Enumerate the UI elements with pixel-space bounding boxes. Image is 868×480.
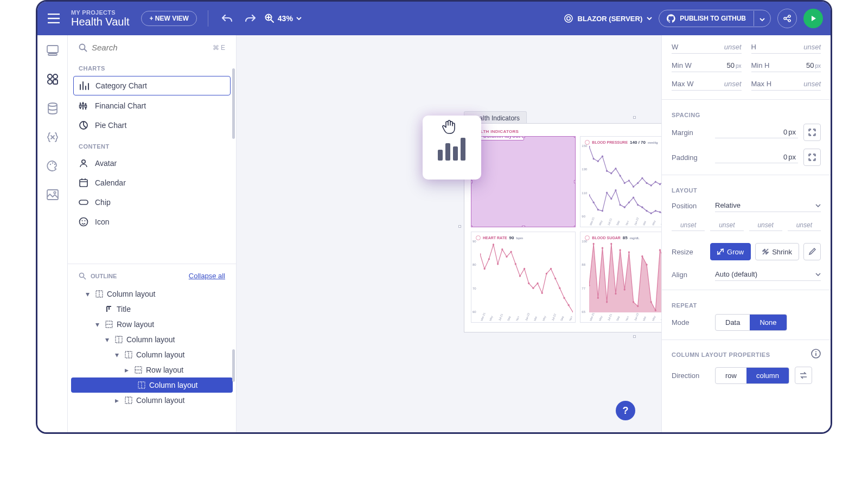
tool-item-pie-chart[interactable]: Pie Chart <box>73 116 231 135</box>
zoom-control[interactable]: 43% <box>265 14 302 23</box>
info-icon[interactable] <box>811 349 821 360</box>
direction-row-option[interactable]: row <box>716 368 746 383</box>
rail-assets-icon[interactable] <box>47 189 59 202</box>
project-name: Health Vault <box>71 16 129 28</box>
position-select[interactable]: Relative <box>715 199 821 212</box>
tool-item-category-chart[interactable]: Category Chart <box>73 76 231 95</box>
framework-select[interactable]: BLAZOR (SERVER) <box>564 14 653 23</box>
scrollbar-thumb[interactable] <box>232 68 235 139</box>
svg-point-123 <box>568 304 570 306</box>
max-width-field[interactable]: Max Wunset <box>672 78 742 91</box>
svg-point-42 <box>611 172 612 175</box>
tree-node[interactable]: ▾Column layout <box>68 347 236 362</box>
chart-card[interactable]: BLOOD SUGAR 85mg/dL100887765Mar-21MayJul… <box>580 232 661 323</box>
canvas[interactable]: Health Indicators HEALTH INDICATORS Colu… <box>237 35 661 432</box>
publish-dropdown-icon[interactable] <box>754 10 770 27</box>
tree-node[interactable]: ▾Column layout <box>68 286 236 302</box>
artboard[interactable]: HEALTH INDICATORS Column layoutBLOOD PRE… <box>464 123 661 332</box>
project-block[interactable]: MY PROJECTS Health Vault <box>71 9 129 28</box>
mode-data-option[interactable]: Data <box>716 315 750 330</box>
svg-point-38 <box>593 158 595 160</box>
height-field[interactable]: Hunset <box>751 41 821 54</box>
margin-field[interactable]: 0px <box>715 126 798 138</box>
tool-item-avatar[interactable]: Avatar <box>73 154 231 172</box>
svg-rect-192 <box>445 143 450 161</box>
preview-button[interactable] <box>803 9 823 28</box>
svg-point-126 <box>593 243 595 245</box>
charts-section-label: CHARTS <box>68 57 236 75</box>
svg-rect-24 <box>80 180 87 187</box>
share-button[interactable] <box>777 9 797 28</box>
tool-item-icon[interactable]: Icon <box>73 213 231 231</box>
svg-rect-6 <box>47 46 58 53</box>
chart-card[interactable]: HEART RATE 90bpm90807060Mar-21MayJul-21S… <box>471 232 576 323</box>
min-height-field[interactable]: Min H50px <box>751 59 821 72</box>
max-height-field[interactable]: Max Hunset <box>751 78 821 91</box>
margin-expand-icon[interactable] <box>803 124 821 141</box>
resize-edit-icon[interactable] <box>803 243 821 260</box>
svg-rect-19 <box>80 105 81 107</box>
tool-item-financial-chart[interactable]: Financial Chart <box>73 97 231 115</box>
svg-point-140 <box>655 309 656 311</box>
content-section-label: CONTENT <box>68 136 236 153</box>
offset-field[interactable]: unset <box>672 220 705 231</box>
svg-point-62 <box>602 210 603 212</box>
rail-variables-icon[interactable] <box>47 132 58 145</box>
svg-point-65 <box>615 189 617 191</box>
tree-node[interactable]: ▸Row layout <box>68 362 236 377</box>
tree-node[interactable]: ▸Column layout <box>68 393 236 408</box>
search-input[interactable] <box>92 43 208 52</box>
scrollbar-thumb[interactable] <box>232 349 235 382</box>
ruler-handle[interactable] <box>633 116 636 119</box>
svg-point-15 <box>54 164 55 165</box>
collapse-all-link[interactable]: Collapse all <box>189 272 225 280</box>
tree-node[interactable]: Column layout <box>71 377 233 393</box>
grow-button[interactable]: Grow <box>710 243 751 260</box>
publish-button[interactable]: PUBLISH TO GITHUB <box>659 10 771 27</box>
column-props-label: COLUMN LAYOUT PROPERTIES <box>672 351 770 358</box>
ruler-handle[interactable] <box>458 225 461 228</box>
shrink-button[interactable]: Shrink <box>755 243 799 260</box>
mode-none-option[interactable]: None <box>750 315 786 330</box>
tool-item-chip[interactable]: Chip <box>73 193 231 212</box>
repeat-label: REPEAT <box>672 302 821 309</box>
direction-swap-icon[interactable] <box>795 367 812 384</box>
menu-icon[interactable] <box>45 10 62 27</box>
offset-field[interactable]: unset <box>749 220 782 231</box>
tree-node[interactable]: Title <box>68 302 236 317</box>
svg-point-128 <box>602 247 603 249</box>
rail-theme-icon[interactable] <box>47 160 59 174</box>
drop-target[interactable]: Column layout <box>471 136 576 227</box>
chart-card[interactable]: BLOOD PRESSURE 140 / 70mmHg15013011090Ma… <box>580 136 661 227</box>
svg-point-13 <box>49 164 50 165</box>
offset-field[interactable]: unset <box>788 220 821 231</box>
direction-column-option[interactable]: column <box>746 368 789 383</box>
svg-point-130 <box>611 243 612 245</box>
rail-components-icon[interactable] <box>47 73 59 87</box>
new-view-button[interactable]: + NEW VIEW <box>141 11 196 26</box>
ruler-handle[interactable] <box>633 335 636 338</box>
svg-point-64 <box>611 198 612 200</box>
redo-icon[interactable] <box>242 10 258 27</box>
rail-data-icon[interactable] <box>47 103 58 117</box>
svg-point-107 <box>497 263 499 265</box>
tree-node[interactable]: ▾Column layout <box>68 332 236 347</box>
svg-point-29 <box>80 273 84 277</box>
svg-point-71 <box>642 206 643 208</box>
min-width-field[interactable]: Min W50px <box>672 59 742 72</box>
padding-expand-icon[interactable] <box>803 149 821 166</box>
offset-field[interactable]: unset <box>710 220 743 231</box>
padding-field[interactable]: 0px <box>715 151 798 163</box>
rail-views-icon[interactable] <box>47 45 59 58</box>
tool-item-calendar[interactable]: Calendar <box>73 174 231 192</box>
svg-point-39 <box>597 160 599 162</box>
help-button[interactable]: ? <box>616 401 635 420</box>
tree-node[interactable]: ▾Row layout <box>68 317 236 332</box>
width-field[interactable]: Wunset <box>672 41 742 54</box>
align-select[interactable]: Auto (default) <box>715 268 821 281</box>
svg-point-27 <box>82 220 83 221</box>
undo-icon[interactable] <box>219 10 235 27</box>
svg-point-114 <box>528 283 529 285</box>
projects-label: MY PROJECTS <box>71 9 129 16</box>
mode-label: Mode <box>672 318 710 327</box>
